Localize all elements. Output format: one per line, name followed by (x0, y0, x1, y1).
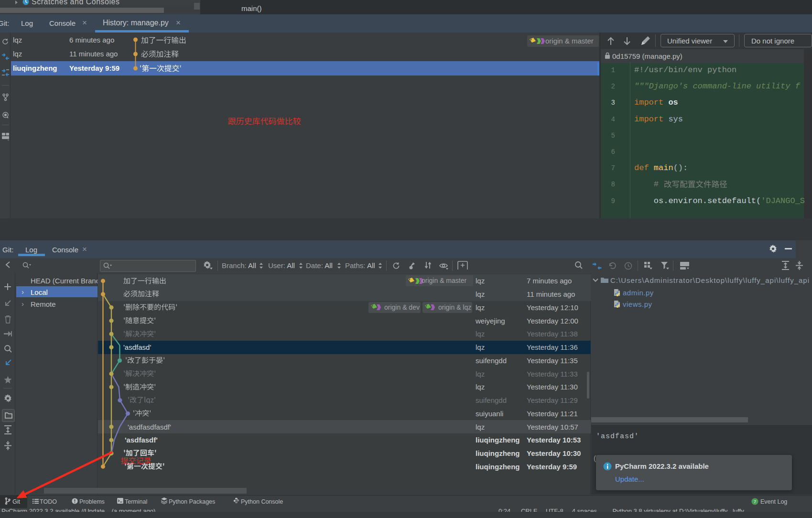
svg-text:7: 7 (754, 499, 756, 504)
